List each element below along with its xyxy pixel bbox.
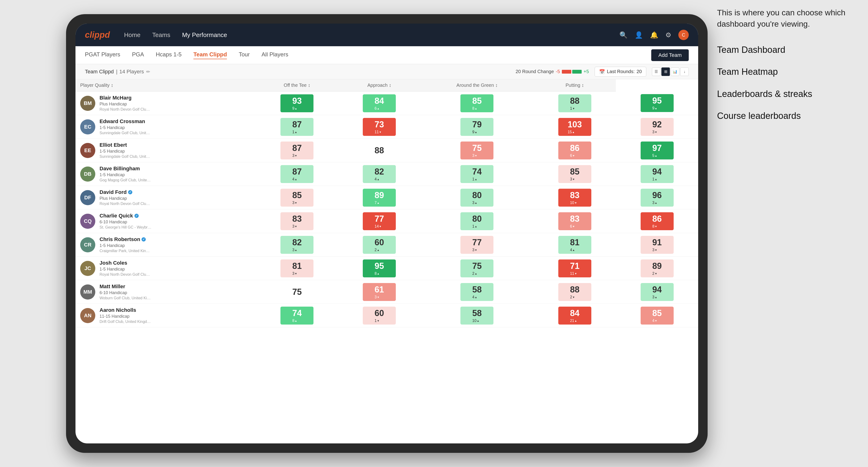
player-name: Blair McHarg <box>99 95 151 101</box>
player-cell-8[interactable]: MM Matt Miller 6-10 Handicap Woburn Golf… <box>75 280 256 304</box>
stat-value: 86 <box>652 214 662 224</box>
nav-link-home[interactable]: Home <box>124 31 140 39</box>
stat-sub: 89 7 <box>375 190 384 205</box>
stat-change: 4 <box>292 177 297 181</box>
annotation-item: Course leaderboards <box>717 110 854 122</box>
table-row: DB Dave Billingham 1-5 Handicap Gog Mago… <box>75 162 698 186</box>
bell-icon[interactable]: 🔔 <box>650 31 658 39</box>
tablet-frame: clippd Home Teams My Performance 🔍 👤 🔔 ⚙… <box>66 14 708 453</box>
player-cell-9[interactable]: AN Aaron Nicholls 11-15 Handicap Drift G… <box>75 304 256 328</box>
stat-sub: 74 8 <box>292 308 302 323</box>
player-name: Josh Coles <box>99 260 151 266</box>
stat-cell-r2-c4: 97 5 <box>616 139 698 162</box>
stat-sub: 74 1 <box>472 167 482 181</box>
last-rounds-button[interactable]: 📅 Last Rounds: 20 <box>595 67 646 76</box>
stat-change: 3 <box>375 295 379 299</box>
stat-sub: 87 4 <box>292 167 302 181</box>
heatmap-view-button[interactable]: ⊞ <box>661 67 670 76</box>
player-cell-1[interactable]: EC Edward Crossman 1-5 Handicap Sunningd… <box>75 115 256 139</box>
player-info: Aaron Nicholls 11-15 Handicap Drift Golf… <box>99 307 151 324</box>
team-count: 14 Players <box>119 69 144 75</box>
players-table: Player Quality ↕ Off the Tee ↕ Approach … <box>75 79 698 328</box>
stat-value: 91 <box>652 238 662 247</box>
stat-cell-r4-c1: 89 7 <box>338 186 421 210</box>
edit-icon[interactable]: ✏ <box>146 69 150 74</box>
stat-cell-r5-c3: 83 6 <box>533 210 616 233</box>
user-icon[interactable]: 👤 <box>635 31 643 39</box>
col-putting[interactable]: Putting ↕ <box>533 79 616 92</box>
last-rounds-value: 20 <box>637 69 642 74</box>
stat-sub: 86 6 <box>570 143 580 158</box>
player-handicap: 1-5 Handicap <box>99 267 151 272</box>
stat-box: 75 3 <box>460 142 493 159</box>
stat-cell-r6-c1: 60 2 <box>338 233 421 257</box>
col-around-green[interactable]: Around the Green ↕ <box>420 79 533 92</box>
stat-change: 6 <box>375 106 379 111</box>
avatar[interactable]: C <box>678 30 689 40</box>
stat-box: 95 8 <box>363 259 396 277</box>
search-icon[interactable]: 🔍 <box>619 31 628 39</box>
player-cell-5[interactable]: CQ Charlie Quick ✓ 6-10 Handicap St. Geo… <box>75 210 256 233</box>
sub-nav-pgat[interactable]: PGAT Players <box>85 51 120 59</box>
stat-cell-r9-c1: 60 1 <box>338 304 421 328</box>
stat-value: 87 <box>292 167 302 177</box>
player-name: Dave Billingham <box>99 165 151 172</box>
stat-cell-r4-c3: 83 10 <box>533 186 616 210</box>
stat-box: 75 <box>280 283 313 301</box>
stat-sub: 83 6 <box>570 214 580 228</box>
chart-view-button[interactable]: 📊 <box>671 67 679 76</box>
stat-cell-r9-c2: 58 10 <box>420 304 533 328</box>
round-change-label: 20 Round Change <box>516 69 554 74</box>
settings-icon[interactable]: ⚙ <box>665 31 671 39</box>
stat-box: 84 6 <box>363 94 396 112</box>
add-team-button[interactable]: Add Team <box>651 49 689 61</box>
stat-change: 7 <box>375 201 379 205</box>
sub-nav-all-players[interactable]: All Players <box>261 51 288 59</box>
tablet-screen: clippd Home Teams My Performance 🔍 👤 🔔 ⚙… <box>75 24 698 443</box>
nav-link-my-performance[interactable]: My Performance <box>182 31 227 39</box>
stat-box: 103 15 <box>558 118 591 136</box>
player-cell-6[interactable]: CR Chris Robertson ✓ 1-5 Handicap Craigm… <box>75 233 256 257</box>
stat-sub: 87 1 <box>292 120 302 134</box>
grid-view-button[interactable]: ☰ <box>652 67 660 76</box>
download-button[interactable]: ↓ <box>680 67 689 76</box>
player-cell-7[interactable]: JC Josh Coles 1-5 Handicap Royal North D… <box>75 257 256 280</box>
col-approach[interactable]: Approach ↕ <box>338 79 421 92</box>
nav-link-teams[interactable]: Teams <box>152 31 170 39</box>
col-player-label: Player Quality ↕ <box>80 83 113 88</box>
stat-value: 80 <box>472 214 482 224</box>
stat-box: 80 3 <box>460 189 493 207</box>
stat-change: 10 <box>570 201 577 205</box>
nav-logo: clippd <box>85 30 110 40</box>
player-club: Craigmillar Park, United Kingdom <box>99 249 151 253</box>
stat-box: 60 2 <box>363 236 396 254</box>
stat-cell-r9-c0: 74 8 <box>256 304 338 328</box>
sub-nav-tour[interactable]: Tour <box>239 51 250 59</box>
stat-cell-r3-c2: 74 1 <box>420 162 533 186</box>
player-cell-3[interactable]: DB Dave Billingham 1-5 Handicap Gog Mago… <box>75 162 256 186</box>
player-handicap: 11-15 Handicap <box>99 314 151 319</box>
col-off-tee[interactable]: Off the Tee ↕ <box>256 79 338 92</box>
sub-nav: PGAT Players PGA Hcaps 1-5 Team Clippd T… <box>75 46 698 64</box>
sub-nav-pga[interactable]: PGA <box>132 51 144 59</box>
sub-nav-team-clippd[interactable]: Team Clippd <box>193 51 227 59</box>
player-cell-0[interactable]: BM Blair McHarg Plus Handicap Royal Nort… <box>75 92 256 115</box>
stat-change: 3 <box>292 201 297 205</box>
stat-box: 85 4 <box>641 307 674 324</box>
stat-value: 77 <box>375 214 384 224</box>
player-avatar: JC <box>80 261 95 276</box>
stat-value: 82 <box>292 238 302 247</box>
stat-change: 2 <box>375 248 379 252</box>
stat-change: 4 <box>652 319 657 323</box>
player-cell-4[interactable]: DF David Ford ✓ Plus Handicap Royal Nort… <box>75 186 256 210</box>
stat-change: 2 <box>472 272 477 276</box>
stat-cell-r6-c4: 91 3 <box>616 233 698 257</box>
table-container: Player Quality ↕ Off the Tee ↕ Approach … <box>75 79 698 443</box>
player-cell-2[interactable]: EE Elliot Ebert 1-5 Handicap Sunningdale… <box>75 139 256 162</box>
sub-nav-hcaps[interactable]: Hcaps 1-5 <box>156 51 182 59</box>
player-name: Aaron Nicholls <box>99 307 151 313</box>
player-handicap: 6-10 Handicap <box>99 290 151 295</box>
annotation-item: Team Dashboard <box>717 44 854 56</box>
stat-cell-r3-c0: 87 4 <box>256 162 338 186</box>
last-rounds-label: Last Rounds: <box>607 69 635 74</box>
